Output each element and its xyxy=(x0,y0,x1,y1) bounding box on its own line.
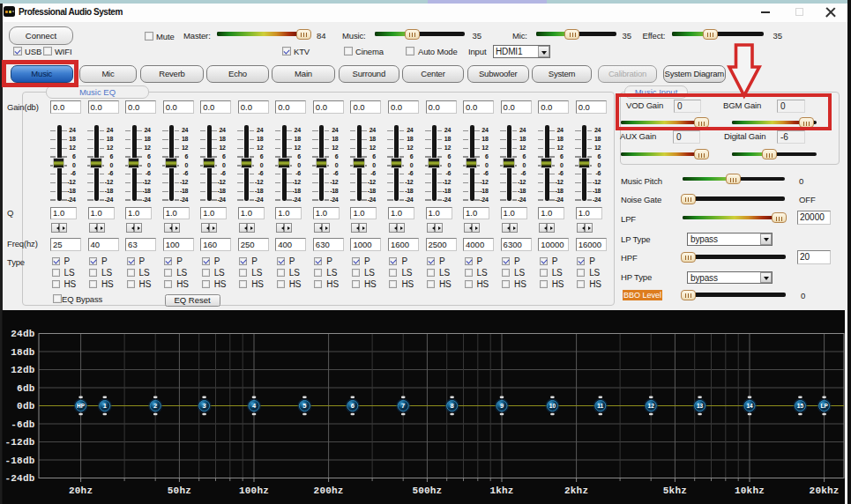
svg-text:5khz: 5khz xyxy=(663,485,687,496)
svg-text:2khz: 2khz xyxy=(564,485,588,496)
svg-text:-18db: -18db xyxy=(4,456,34,466)
svg-text:6: 6 xyxy=(351,402,355,410)
svg-text:6db: 6db xyxy=(17,383,35,394)
svg-text:10khz: 10khz xyxy=(735,485,765,496)
svg-text:12db: 12db xyxy=(11,365,34,375)
svg-text:9: 9 xyxy=(500,402,504,410)
svg-text:-12db: -12db xyxy=(4,437,34,448)
svg-text:12: 12 xyxy=(648,403,655,409)
svg-text:20hz: 20hz xyxy=(69,485,93,496)
svg-text:18db: 18db xyxy=(11,347,34,358)
svg-text:100hz: 100hz xyxy=(239,485,269,496)
svg-text:14: 14 xyxy=(746,403,753,409)
svg-text:-6db: -6db xyxy=(11,419,34,430)
svg-text:50hz: 50hz xyxy=(168,485,191,496)
svg-text:24db: 24db xyxy=(11,329,34,339)
svg-text:5: 5 xyxy=(302,402,306,410)
svg-text:-24db: -24db xyxy=(4,473,34,484)
svg-text:13: 13 xyxy=(697,403,704,409)
svg-text:LP: LP xyxy=(820,403,828,409)
svg-text:8: 8 xyxy=(451,402,454,410)
svg-text:20khz: 20khz xyxy=(810,485,840,496)
svg-text:11: 11 xyxy=(597,403,603,409)
svg-text:1: 1 xyxy=(103,402,107,410)
svg-text:15: 15 xyxy=(797,403,804,409)
svg-text:500hz: 500hz xyxy=(412,485,442,496)
svg-text:3: 3 xyxy=(203,402,206,410)
svg-text:HP: HP xyxy=(77,403,86,409)
svg-text:0db: 0db xyxy=(17,401,35,411)
svg-text:1khz: 1khz xyxy=(489,485,513,496)
svg-text:10: 10 xyxy=(549,403,556,409)
svg-text:7: 7 xyxy=(401,402,405,410)
svg-text:2: 2 xyxy=(153,402,157,410)
svg-text:200hz: 200hz xyxy=(314,485,344,496)
